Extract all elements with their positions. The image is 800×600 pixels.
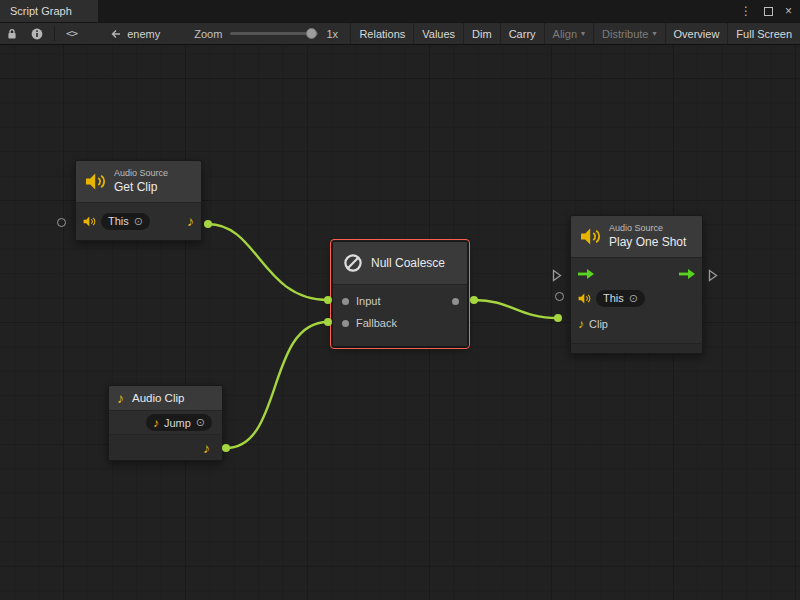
info-button[interactable] (24, 23, 50, 44)
flow-output-icon[interactable] (679, 269, 695, 279)
zoom-label: Zoom (194, 28, 222, 40)
code-view-button[interactable]: <> (59, 23, 84, 44)
graph-owner-name: enemy (127, 28, 160, 40)
audio-clip-input-icon: ♪ (578, 317, 584, 331)
graph-toolbar: <> enemy Zoom 1x Relations Values Dim Ca… (0, 22, 800, 45)
audio-clip-object-field[interactable]: ♪ Jump ⊙ (146, 414, 212, 431)
this-object-field[interactable]: This ⊙ (101, 213, 150, 230)
audio-clip-output-icon: ♪ (203, 441, 210, 455)
get-clip-this-port[interactable] (57, 218, 66, 227)
flow-input-icon[interactable] (578, 269, 594, 279)
panel-menu-icon[interactable]: ⋮ (740, 4, 752, 18)
wire-result-to-clip (474, 300, 558, 318)
info-icon (31, 28, 43, 40)
node-play-one-shot[interactable]: Audio Source Play One Shot (570, 215, 703, 354)
code-icon: <> (66, 27, 77, 40)
graph-canvas[interactable]: Audio Source Get Clip This ⊙ ♪ (0, 45, 800, 600)
zoom-value: 1x (326, 28, 338, 40)
this-object-field[interactable]: This ⊙ (596, 290, 645, 307)
node-null-coalesce[interactable]: Null Coalesce Input Fallback (332, 241, 468, 347)
play-one-shot-this-port[interactable] (555, 292, 564, 301)
control-input-port[interactable] (552, 269, 562, 282)
maximize-icon[interactable] (764, 7, 773, 16)
node-title: Audio Clip (132, 392, 184, 404)
result-output-port[interactable] (452, 298, 459, 305)
chevron-down-icon: ▾ (653, 29, 657, 38)
graph-breadcrumb[interactable]: enemy (110, 28, 160, 40)
carry-button[interactable]: Carry (500, 23, 544, 44)
align-button[interactable]: Align▾ (544, 23, 593, 44)
fallback-port[interactable] (342, 320, 349, 327)
node-get-clip-header[interactable]: Audio Source Get Clip (76, 161, 201, 203)
audio-source-icon (85, 173, 106, 190)
toolbar-separator (54, 26, 55, 41)
window-tab-bar: Script Graph ⋮ × (0, 0, 800, 22)
distribute-button[interactable]: Distribute▾ (593, 23, 664, 44)
lock-button[interactable] (0, 23, 24, 44)
lock-icon (7, 28, 17, 40)
zoom-slider[interactable] (230, 32, 318, 35)
node-title: Null Coalesce (371, 256, 445, 270)
object-picker-icon[interactable]: ⊙ (629, 292, 638, 305)
wire-getclip-to-input (208, 224, 328, 300)
node-audio-clip-header[interactable]: ♪ Audio Clip (109, 386, 222, 411)
port-label: Fallback (356, 317, 397, 329)
audio-clip-icon: ♪ (117, 391, 124, 405)
node-get-clip[interactable]: Audio Source Get Clip This ⊙ ♪ (75, 160, 202, 241)
port-row-fallback: Fallback (333, 312, 467, 334)
node-category: Audio Source (609, 223, 686, 234)
speaker-icon (83, 216, 96, 227)
object-picker-icon[interactable]: ⊙ (134, 215, 143, 228)
audio-clip-icon: ♪ (153, 416, 159, 430)
port-label: Input (356, 295, 380, 307)
close-icon[interactable]: × (785, 4, 792, 18)
node-audio-clip[interactable]: ♪ Audio Clip ♪ Jump ⊙ ♪ (108, 385, 223, 461)
audio-source-icon (580, 228, 601, 245)
zoom-control: Zoom 1x (194, 28, 338, 40)
node-null-coalesce-header[interactable]: Null Coalesce (333, 242, 467, 285)
values-button[interactable]: Values (413, 23, 463, 44)
relations-button[interactable]: Relations (350, 23, 413, 44)
control-output-port[interactable] (708, 269, 718, 282)
graph-breadcrumb-icon (110, 29, 122, 39)
window-controls: ⋮ × (740, 0, 792, 22)
node-play-one-shot-header[interactable]: Audio Source Play One Shot (571, 216, 702, 258)
node-title: Get Clip (114, 179, 168, 195)
node-footer (571, 343, 702, 353)
chevron-down-icon: ▾ (581, 29, 585, 38)
overview-button[interactable]: Overview (665, 23, 728, 44)
fullscreen-button[interactable]: Full Screen (727, 23, 800, 44)
node-title: Play One Shot (609, 234, 686, 250)
object-picker-icon[interactable]: ⊙ (196, 416, 205, 429)
input-port[interactable] (342, 298, 349, 305)
null-coalesce-icon (343, 253, 363, 273)
node-category: Audio Source (114, 168, 168, 179)
speaker-icon (578, 293, 591, 304)
tab-title: Script Graph (10, 5, 72, 17)
dim-button[interactable]: Dim (463, 23, 500, 44)
port-row-input: Input (333, 290, 467, 312)
wire-audioclip-to-fallback (226, 322, 328, 448)
tab-script-graph[interactable]: Script Graph (0, 0, 98, 22)
port-label: Clip (589, 318, 608, 330)
zoom-slider-handle[interactable] (306, 28, 317, 39)
toolbar-buttons: Relations Values Dim Carry Align▾ Distri… (350, 23, 800, 44)
audio-clip-output-icon: ♪ (187, 214, 194, 228)
